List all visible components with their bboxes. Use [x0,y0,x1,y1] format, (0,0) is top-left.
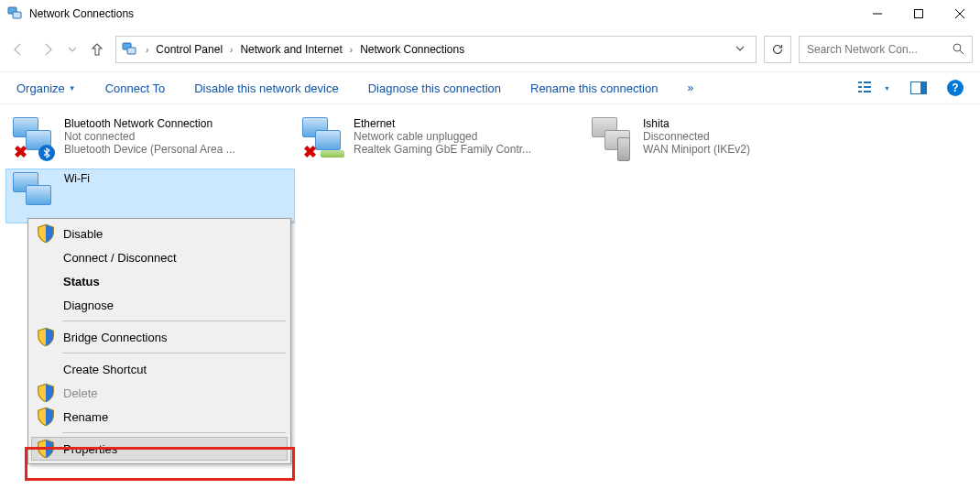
up-button[interactable] [86,38,108,60]
svg-rect-17 [920,82,926,93]
menu-item-disable[interactable]: Disable [31,222,288,245]
connection-item-wifi[interactable]: Wi-Fi [5,168,295,223]
refresh-button[interactable] [764,36,791,63]
menu-item-delete: Delete [31,381,288,405]
shield-icon [36,327,56,347]
chevron-down-icon: ▼ [69,84,76,92]
menu-label: Delete [63,386,98,400]
bluetooth-icon [38,145,55,161]
menu-item-properties[interactable]: Properties [31,437,288,461]
nav-row: › Control Panel › Network and Internet ›… [0,33,980,66]
network-icon [11,172,57,216]
wan-miniport-icon [617,137,630,161]
connection-name: Wi-Fi [64,172,90,185]
diagnose-button[interactable]: Diagnose this connection [368,82,501,95]
svg-rect-14 [858,91,862,92]
menu-item-connect[interactable]: Connect / Disconnect [31,245,288,269]
chevron-down-icon: ▼ [884,85,890,92]
address-bar[interactable]: › Control Panel › Network and Internet ›… [115,36,757,63]
x-icon: ✖ [300,143,319,161]
forward-button[interactable] [37,38,59,60]
menu-separator [62,353,286,353]
content-area: ✖ Bluetooth Network Connection Not conne… [0,104,980,233]
svg-rect-15 [864,91,871,92]
chevron-right-icon[interactable]: › [226,45,236,55]
connection-status: Disconnected [643,130,750,143]
connection-item-bluetooth[interactable]: ✖ Bluetooth Network Connection Not conne… [5,114,295,168]
svg-rect-7 [127,48,136,54]
titlebar: Network Connections [0,0,980,27]
menu-label: Create Shortcut [63,363,147,376]
connection-name: Bluetooth Network Connection [64,117,235,130]
svg-rect-13 [864,86,871,88]
menu-label: Diagnose [63,299,114,312]
connection-status: Not connected [64,130,235,143]
svg-rect-12 [858,86,862,88]
svg-rect-10 [858,82,862,83]
menu-separator [62,321,286,321]
menu-label: Rename [63,410,108,424]
back-button[interactable] [7,38,29,60]
app-icon [7,6,22,21]
preview-pane-button[interactable] [910,82,927,94]
x-icon: ✖ [11,143,29,161]
organize-menu[interactable]: Organize ▼ [16,82,76,95]
connection-item-ethernet[interactable]: ✖ Ethernet Network cable unplugged Realt… [295,114,584,168]
recent-dropdown[interactable] [66,38,79,60]
connection-name: Ishita [643,117,750,130]
menu-label: Bridge Connections [63,331,167,344]
close-button[interactable] [939,0,980,27]
search-input[interactable] [807,43,948,56]
address-icon [122,42,136,57]
menu-item-diagnose[interactable]: Diagnose [31,293,288,317]
breadcrumb-segment[interactable]: Control Panel [152,43,226,56]
chevron-right-icon[interactable]: › [346,45,356,55]
menu-label: Status [63,275,100,288]
svg-rect-1 [13,12,21,18]
context-menu: Disable Connect / Disconnect Status Diag… [27,218,291,464]
shield-icon [36,439,56,459]
network-icon: ✖ [300,117,346,161]
menu-item-bridge[interactable]: Bridge Connections [31,325,288,349]
maximize-button[interactable] [898,0,939,27]
menu-label: Properties [63,442,117,456]
more-commands[interactable]: » [687,82,693,94]
connection-device: Bluetooth Device (Personal Area ... [64,143,235,156]
connection-name: Ethernet [354,117,531,130]
connection-device: WAN Miniport (IKEv2) [643,143,750,156]
command-bar: Organize ▼ Connect To Disable this netwo… [0,71,980,104]
svg-rect-3 [914,10,922,18]
svg-rect-11 [864,82,871,83]
breadcrumb-segment[interactable]: Network Connections [356,43,468,56]
menu-item-status[interactable]: Status [31,269,288,293]
network-icon [590,117,636,161]
ethernet-plug-icon [321,150,344,158]
connection-device: Realtek Gaming GbE Family Contr... [354,143,531,156]
connection-list: ✖ Bluetooth Network Connection Not conne… [5,114,975,223]
view-options-button[interactable]: ▼ [858,81,890,95]
connection-item-ishita[interactable]: Ishita Disconnected WAN Miniport (IKEv2) [584,114,874,168]
menu-separator [62,432,286,433]
shield-icon [36,407,56,427]
disable-device-button[interactable]: Disable this network device [194,82,339,95]
breadcrumb-segment[interactable]: Network and Internet [236,43,345,56]
rename-button[interactable]: Rename this connection [530,82,658,95]
menu-label: Connect / Disconnect [63,251,177,265]
connection-status: Network cable unplugged [354,130,531,143]
menu-item-create-shortcut[interactable]: Create Shortcut [31,357,288,381]
shield-icon [36,383,56,403]
menu-label: Disable [63,227,103,241]
svg-line-9 [960,50,964,54]
search-box[interactable] [799,36,973,63]
minimize-button[interactable] [856,0,898,27]
chevron-right-icon[interactable]: › [142,45,152,55]
search-icon[interactable] [952,42,964,58]
connect-to-button[interactable]: Connect To [105,82,166,95]
shield-icon [36,223,56,244]
window-title: Network Connections [29,7,856,20]
address-dropdown[interactable] [730,43,750,56]
network-icon: ✖ [11,117,57,161]
help-button[interactable]: ? [947,80,964,96]
menu-item-rename[interactable]: Rename [31,405,288,429]
svg-point-8 [953,44,961,51]
